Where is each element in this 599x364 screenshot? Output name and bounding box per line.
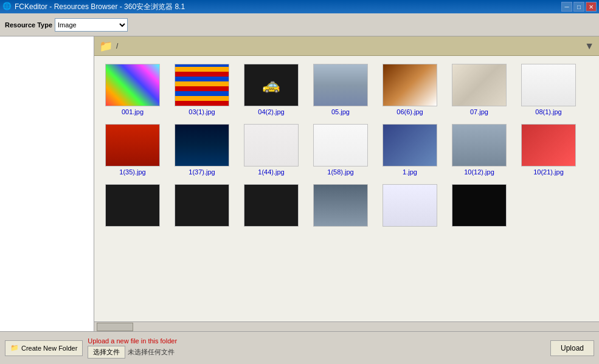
file-thumbnail xyxy=(313,124,368,167)
create-folder-label: Create New Folder xyxy=(21,345,77,352)
minimize-button[interactable]: ─ xyxy=(561,2,572,12)
file-name: 1.jpg xyxy=(403,168,417,176)
file-grid: 001.jpg03(1).jpg🚕04(2).jpg05.jpg06(6).jp… xyxy=(99,61,594,232)
file-name: 05.jpg xyxy=(331,108,350,115)
file-thumbnail xyxy=(452,124,507,167)
h-scroll-thumb[interactable] xyxy=(97,323,133,331)
file-name: 07.jpg xyxy=(470,108,488,115)
title-text: FCKeditor - Resources Browser - 360安全浏览器… xyxy=(15,2,185,12)
file-item[interactable] xyxy=(446,181,513,232)
file-thumbnail xyxy=(244,184,299,227)
file-item[interactable]: 1(37).jpg xyxy=(168,121,235,179)
create-folder-button[interactable]: 📁 Create New Folder xyxy=(5,340,83,356)
folder-icon: 📁 xyxy=(10,344,19,352)
title-bar: 🌐 FCKeditor - Resources Browser - 360安全浏… xyxy=(0,0,599,13)
file-thumbnail xyxy=(175,64,229,106)
choose-file-button[interactable]: 选择文件 xyxy=(88,346,125,359)
title-controls: ─ □ ✕ xyxy=(561,2,597,12)
file-item[interactable]: 10(12).jpg xyxy=(446,121,513,179)
file-thumbnail xyxy=(244,124,299,167)
path-dropdown-icon[interactable]: ▼ xyxy=(584,41,594,52)
file-name: 10(21).jpg xyxy=(533,168,564,176)
file-name: 001.jpg xyxy=(122,108,144,115)
file-item[interactable] xyxy=(376,181,443,232)
file-name: 08(1).jpg xyxy=(535,108,561,115)
resource-type-select[interactable]: ImageFlashMediaLink xyxy=(55,18,128,32)
file-name: 1(35).jpg xyxy=(119,168,145,176)
file-thumbnail xyxy=(313,64,368,106)
file-item[interactable] xyxy=(238,181,305,232)
file-thumbnail xyxy=(313,184,368,227)
file-item[interactable]: 🚕04(2).jpg xyxy=(238,61,305,118)
file-item[interactable]: 08(1).jpg xyxy=(515,61,582,118)
upload-label: Upload a new file in this folder xyxy=(88,337,545,345)
right-panel: 📁 / ▼ 001.jpg03(1).jpg🚕04(2).jpg05.jpg06… xyxy=(94,36,599,331)
file-item[interactable]: 001.jpg xyxy=(99,61,166,118)
file-thumbnail xyxy=(383,124,437,167)
file-item[interactable]: 10(21).jpg xyxy=(515,121,582,179)
file-name: 10(12).jpg xyxy=(464,168,494,176)
file-item[interactable] xyxy=(307,181,374,232)
main-container: Resource Type ImageFlashMediaLink 📁 / ▼ … xyxy=(0,13,599,364)
file-thumbnail xyxy=(521,124,576,167)
upload-section: Upload a new file in this folder 选择文件 未选… xyxy=(88,337,545,359)
file-item[interactable]: 1(35).jpg xyxy=(99,121,166,179)
maximize-button[interactable]: □ xyxy=(573,2,584,12)
title-bar-left: 🌐 FCKeditor - Resources Browser - 360安全浏… xyxy=(2,2,185,12)
path-text: / xyxy=(116,42,581,50)
bottom-bar: 📁 Create New Folder Upload a new file in… xyxy=(0,331,599,364)
file-item[interactable]: 1.jpg xyxy=(376,121,443,179)
file-thumbnail xyxy=(105,184,160,227)
file-item[interactable]: 1(44).jpg xyxy=(238,121,305,179)
file-item[interactable] xyxy=(99,181,166,232)
file-name: 1(44).jpg xyxy=(258,168,284,176)
file-thumbnail xyxy=(105,124,160,167)
horizontal-scrollbar[interactable] xyxy=(94,321,599,331)
file-item[interactable]: 06(6).jpg xyxy=(376,61,443,118)
file-thumbnail xyxy=(521,64,576,106)
close-button[interactable]: ✕ xyxy=(586,2,597,12)
file-name: 03(1).jpg xyxy=(189,108,215,115)
app-icon: 🌐 xyxy=(2,2,12,12)
file-name: 06(6).jpg xyxy=(396,108,423,115)
file-thumbnail xyxy=(452,184,507,227)
file-item[interactable]: 1(58).jpg xyxy=(307,121,374,179)
file-thumbnail xyxy=(175,124,229,167)
file-thumbnail xyxy=(175,184,229,227)
file-thumbnail xyxy=(105,64,160,106)
content-area: 📁 / ▼ 001.jpg03(1).jpg🚕04(2).jpg05.jpg06… xyxy=(0,36,599,331)
file-grid-container: 001.jpg03(1).jpg🚕04(2).jpg05.jpg06(6).jp… xyxy=(94,56,599,321)
file-name: 04(2).jpg xyxy=(258,108,284,115)
file-item[interactable] xyxy=(168,181,235,232)
file-grid-scroll[interactable]: 001.jpg03(1).jpg🚕04(2).jpg05.jpg06(6).jp… xyxy=(94,56,599,321)
path-folder-icon: 📁 xyxy=(99,39,113,53)
file-item[interactable]: 03(1).jpg xyxy=(168,61,235,118)
file-item[interactable]: 07.jpg xyxy=(446,61,513,118)
file-thumbnail xyxy=(452,64,507,106)
path-bar: 📁 / ▼ xyxy=(94,36,599,56)
resource-type-label: Resource Type xyxy=(5,21,52,29)
file-thumbnail: 🚕 xyxy=(244,64,299,106)
file-name: 1(37).jpg xyxy=(189,168,215,176)
file-thumbnail xyxy=(383,64,437,106)
file-item[interactable]: 05.jpg xyxy=(307,61,374,118)
sidebar xyxy=(0,36,94,331)
file-thumbnail xyxy=(383,184,437,227)
no-file-label: 未选择任何文件 xyxy=(128,348,175,357)
upload-button[interactable]: Upload xyxy=(550,340,594,356)
file-input-row: 选择文件 未选择任何文件 xyxy=(88,346,545,359)
resource-bar: Resource Type ImageFlashMediaLink xyxy=(0,13,599,36)
file-name: 1(58).jpg xyxy=(327,168,353,176)
